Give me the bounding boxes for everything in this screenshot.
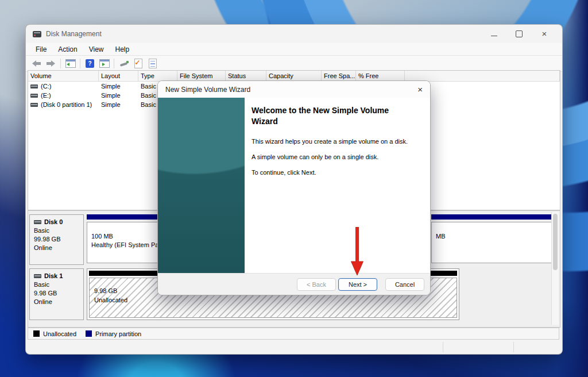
disk-status: Online: [34, 244, 79, 252]
primary-partition-strip: [431, 214, 552, 220]
forward-icon[interactable]: [44, 57, 58, 70]
close-button[interactable]: ×: [540, 30, 548, 38]
toolbar-separator: [60, 59, 61, 68]
column-percent-free[interactable]: % Free: [356, 71, 405, 81]
disk-kind: Basic: [34, 280, 79, 289]
unallocated-swatch: [33, 330, 40, 337]
disk1-label-box[interactable]: Disk 1 Basic 9.98 GB Online: [29, 268, 84, 320]
disk-name: Disk 1: [44, 272, 63, 279]
back-icon[interactable]: [29, 57, 44, 70]
column-empty: [405, 71, 560, 81]
column-file-system[interactable]: File System: [177, 71, 226, 81]
wizard-paragraph-1: This wizard helps you create a simple vo…: [252, 137, 420, 145]
volume-name: (Disk 0 partition 1): [41, 101, 92, 108]
toolbar: ? ✓: [26, 56, 562, 72]
partition-size: MB: [436, 232, 549, 241]
disk-icon: [34, 220, 41, 224]
column-layout[interactable]: Layout: [99, 71, 138, 81]
show-action-pane-icon[interactable]: [97, 57, 111, 70]
status-divider: [513, 342, 514, 352]
dialog-title-bar[interactable]: New Simple Volume Wizard ×: [158, 81, 430, 98]
disk-status: Online: [34, 298, 79, 306]
volume-name: (E:): [41, 92, 51, 99]
column-free-space[interactable]: Free Spa...: [322, 71, 356, 81]
wizard-paragraph-3: To continue, click Next.: [252, 168, 420, 176]
legend-label: Unallocated: [43, 330, 76, 337]
legend-unallocated: Unallocated: [33, 330, 76, 337]
wizard-sidebar-art: [158, 98, 245, 273]
wizard-paragraph-2: A simple volume can only be on a single …: [252, 153, 420, 161]
scrollbar-thumb[interactable]: [553, 214, 558, 270]
dialog-close-icon[interactable]: ×: [407, 84, 423, 94]
toolbar-separator: [114, 59, 114, 68]
vertical-scrollbar[interactable]: [551, 212, 559, 325]
legend-bar: Unallocated Primary partition: [28, 328, 559, 340]
disk0-label-box[interactable]: Disk 0 Basic 99.98 GB Online: [29, 214, 84, 265]
next-button[interactable]: Next >: [338, 278, 377, 291]
dialog-title: New Simple Volume Wizard: [165, 86, 250, 94]
new-simple-volume-wizard-dialog: New Simple Volume Wizard × Welcome to th…: [157, 80, 431, 295]
back-button: < Back: [297, 278, 336, 291]
disk-name: Disk 0: [44, 218, 63, 225]
primary-partition-swatch: [86, 330, 92, 337]
volume-name: (C:): [41, 83, 51, 90]
disk-size: 99.98 GB: [34, 235, 79, 244]
maximize-button[interactable]: [515, 30, 523, 38]
minimize-button[interactable]: [490, 30, 498, 38]
window-title: Disk Management: [46, 30, 102, 38]
volume-layout: Simple: [99, 100, 138, 109]
dialog-footer: < Back Next > Cancel: [158, 273, 430, 295]
column-status[interactable]: Status: [226, 71, 266, 81]
column-type[interactable]: Type: [138, 71, 177, 81]
cancel-button[interactable]: Cancel: [385, 278, 424, 291]
disk-kind: Basic: [34, 226, 79, 235]
partition-status: Unallocated: [94, 295, 454, 305]
legend-primary-partition: Primary partition: [86, 330, 141, 337]
volume-layout: Simple: [99, 91, 138, 100]
check-document-icon[interactable]: ✓: [131, 57, 145, 70]
legend-label: Primary partition: [95, 330, 141, 337]
menu-bar: File Action View Help: [26, 43, 562, 56]
volume-icon: [30, 84, 38, 89]
desktop-wallpaper: Disk Management × File Action View Help: [0, 0, 588, 377]
toolbar-separator: [80, 59, 80, 68]
volume-layout: Simple: [99, 82, 138, 91]
menu-view[interactable]: View: [84, 45, 109, 54]
volume-icon: [30, 103, 38, 107]
volume-icon: [30, 94, 38, 98]
status-bar: [28, 341, 559, 353]
title-bar[interactable]: Disk Management ×: [26, 25, 562, 43]
properties-list-icon[interactable]: [145, 57, 160, 70]
disk-size: 9.98 GB: [34, 289, 79, 298]
menu-help[interactable]: Help: [110, 45, 135, 54]
wand-icon[interactable]: [117, 57, 131, 70]
disk-management-app-icon: [33, 31, 41, 37]
wizard-heading: Welcome to the New Simple Volume Wizard: [252, 105, 395, 127]
disk0-partition-2[interactable]: MB: [431, 214, 552, 265]
column-volume[interactable]: Volume: [28, 71, 99, 81]
show-console-tree-icon[interactable]: [63, 57, 78, 70]
disk-icon: [34, 274, 41, 278]
menu-action[interactable]: Action: [53, 45, 82, 54]
menu-file[interactable]: File: [30, 45, 52, 54]
status-divider: [443, 342, 443, 352]
red-annotation-arrow: [349, 227, 365, 276]
help-icon[interactable]: ?: [83, 57, 97, 70]
column-capacity[interactable]: Capacity: [266, 71, 322, 81]
